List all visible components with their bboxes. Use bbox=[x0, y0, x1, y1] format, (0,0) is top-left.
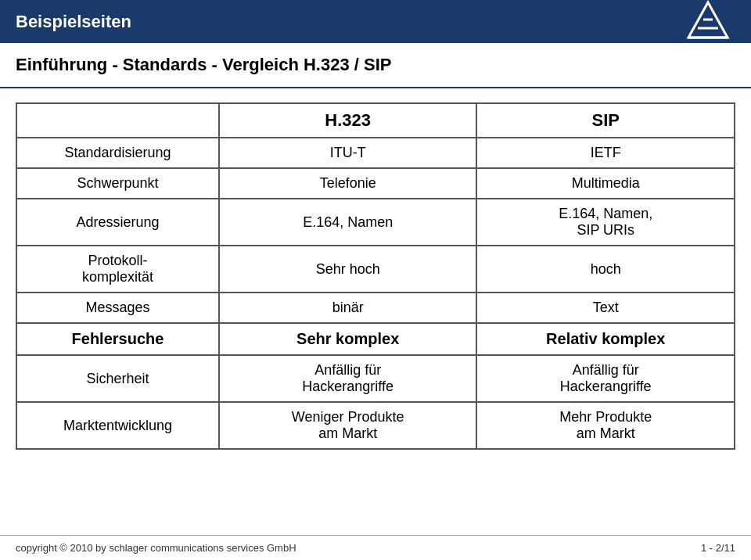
row-sip-value: hoch bbox=[476, 246, 735, 293]
col-sip-header: SIP bbox=[476, 103, 735, 138]
row-label: Messages bbox=[16, 293, 219, 323]
row-sip-value: Anfällig für Hackerangriffe bbox=[476, 355, 735, 402]
row-label: Standardisierung bbox=[16, 138, 219, 168]
company-logo-icon bbox=[685, 0, 731, 45]
row-sip-value: Relativ komplex bbox=[476, 323, 735, 355]
header-row: Einführung - Standards - Vergleich H.323… bbox=[0, 43, 751, 88]
main-content: H.323 SIP StandardisierungITU-TIETFSchwe… bbox=[0, 88, 751, 535]
row-h323-value: Telefonie bbox=[219, 168, 477, 199]
table-row: SchwerpunktTelefonieMultimedia bbox=[16, 168, 735, 199]
row-h323-value: E.164, Namen bbox=[219, 199, 477, 246]
row-h323-value: Sehr hoch bbox=[219, 246, 477, 293]
row-sip-value: Multimedia bbox=[476, 168, 735, 199]
row-label: Marktentwicklung bbox=[16, 402, 219, 449]
row-h323-value: Anfällig für Hackerangriffe bbox=[219, 355, 477, 402]
table-row: AdressierungE.164, NamenE.164, Namen, SI… bbox=[16, 199, 735, 246]
footer-page: 1 - 2/11 bbox=[701, 542, 735, 554]
top-bar-title: Beispielseiten bbox=[16, 12, 131, 32]
row-h323-value: ITU-T bbox=[219, 138, 477, 168]
row-h323-value: Weniger Produkte am Markt bbox=[219, 402, 477, 449]
row-sip-value: IETF bbox=[476, 138, 735, 168]
col-h323-header: H.323 bbox=[219, 103, 477, 138]
col-label-header bbox=[16, 103, 219, 138]
comparison-table: H.323 SIP StandardisierungITU-TIETFSchwe… bbox=[16, 102, 735, 450]
row-label: Fehlersuche bbox=[16, 323, 219, 355]
row-label: Schwerpunkt bbox=[16, 168, 219, 199]
footer: copyright © 2010 by schlager communicati… bbox=[0, 535, 751, 560]
header-title: Einführung - Standards - Vergleich H.323… bbox=[16, 55, 391, 75]
table-row: StandardisierungITU-TIETF bbox=[16, 138, 735, 168]
table-row: Protokoll- komplexitätSehr hochhoch bbox=[16, 246, 735, 293]
row-label: Adressierung bbox=[16, 199, 219, 246]
logo bbox=[681, 0, 735, 49]
top-bar: Beispielseiten bbox=[0, 0, 751, 43]
footer-copyright: copyright © 2010 by schlager communicati… bbox=[16, 542, 296, 554]
row-label: Sicherheit bbox=[16, 355, 219, 402]
table-row: MessagesbinärText bbox=[16, 293, 735, 323]
table-row: MarktentwicklungWeniger Produkte am Mark… bbox=[16, 402, 735, 449]
row-label: Protokoll- komplexität bbox=[16, 246, 219, 293]
row-h323-value: Sehr komplex bbox=[219, 323, 477, 355]
row-sip-value: E.164, Namen, SIP URIs bbox=[476, 199, 735, 246]
row-sip-value: Mehr Produkte am Markt bbox=[476, 402, 735, 449]
row-h323-value: binär bbox=[219, 293, 477, 323]
table-row: FehlersucheSehr komplexRelativ komplex bbox=[16, 323, 735, 355]
table-row: SicherheitAnfällig für HackerangriffeAnf… bbox=[16, 355, 735, 402]
row-sip-value: Text bbox=[476, 293, 735, 323]
